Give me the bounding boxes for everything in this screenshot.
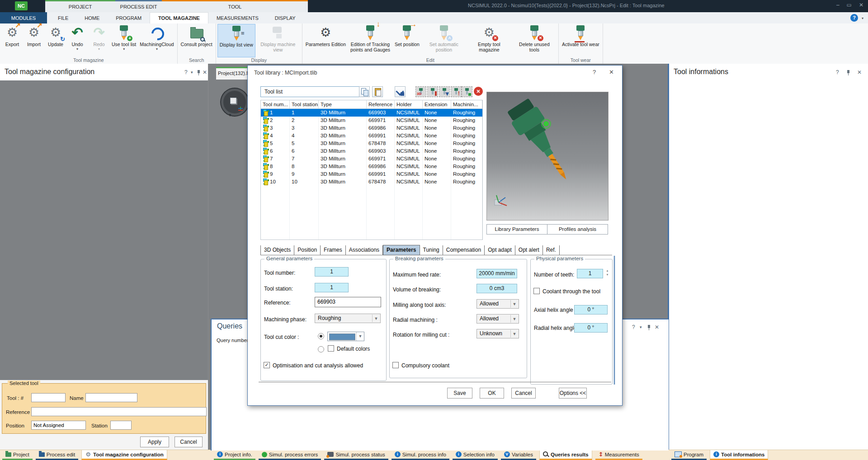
tool-warning-icon[interactable]: !: [451, 86, 462, 97]
tool-green-icon[interactable]: [462, 86, 472, 97]
tab-3d-objects[interactable]: 3D Objects: [260, 245, 294, 255]
options-button[interactable]: Options <<: [559, 388, 587, 399]
tab-position[interactable]: Position: [294, 245, 321, 255]
column-header-tool-station[interactable]: Tool station: [290, 100, 319, 108]
panel-close-icon[interactable]: ✕: [203, 69, 207, 75]
default-colors-radio[interactable]: [318, 346, 324, 352]
ribbon-context-process-edit[interactable]: PROCESS EDIT: [115, 0, 162, 12]
help-icon[interactable]: ?: [850, 14, 858, 22]
ribbon-button-export[interactable]: ⚙↗Export: [1, 24, 23, 56]
status-tab-simul-process-errors[interactable]: Simul. process errors: [259, 450, 321, 460]
reference-input[interactable]: [315, 297, 381, 307]
ribbon-button-undo[interactable]: ↶Undo▾: [66, 24, 88, 56]
restore-icon[interactable]: ▭: [847, 2, 852, 8]
ribbon-button-set-position[interactable]: →Set position: [393, 24, 421, 56]
copy-icon[interactable]: [359, 86, 370, 97]
ribbon-button-import[interactable]: ⚙↗Import: [23, 24, 45, 56]
right-panel-help-icon[interactable]: ?: [836, 69, 839, 75]
nav-chevron-down-icon[interactable]: ▾: [229, 112, 231, 118]
table-row[interactable]: 223D Millturn669971NCSIMULNoneRoughing: [261, 117, 482, 124]
status-tab-variables[interactable]: VVariables: [501, 450, 536, 460]
status-tab-process-edit[interactable]: Process edit: [36, 450, 78, 460]
tool-number-field[interactable]: [31, 393, 66, 402]
machining-phase-select[interactable]: Roughing ▼: [315, 314, 381, 323]
rotation-milling-select[interactable]: Unknown ▼: [476, 329, 519, 338]
dialog-help-icon[interactable]: ?: [593, 69, 596, 75]
tool-cut-color-radio[interactable]: [318, 333, 324, 339]
apply-button[interactable]: Apply: [140, 437, 169, 447]
queries-chevron-down-icon[interactable]: ▾: [640, 324, 642, 330]
tool-3d-preview[interactable]: [486, 92, 609, 221]
tab-parameters[interactable]: Parameters: [383, 245, 420, 255]
tab-ref[interactable]: Ref.: [543, 245, 560, 255]
status-tab-program[interactable]: Program: [671, 450, 707, 460]
ribbon-tab-program[interactable]: PROGRAM: [108, 12, 150, 23]
dialog-scrollbar[interactable]: [613, 256, 616, 385]
milling-axis-select[interactable]: Allowed ▼: [476, 299, 519, 309]
column-header-machinin[interactable]: Machinin...: [451, 100, 482, 108]
table-row[interactable]: 113D Millturn669903NCSIMULNoneRoughing: [261, 109, 482, 117]
column-header-extension[interactable]: Extension: [423, 100, 451, 108]
new-3d-tool-icon[interactable]: 3D: [415, 86, 426, 97]
ribbon-tab-display[interactable]: DISPLAY: [267, 12, 304, 23]
save-button[interactable]: Save: [447, 388, 472, 399]
help-chevron-down-icon[interactable]: ▾: [862, 16, 863, 20]
optimisation-checkbox[interactable]: ✓: [264, 362, 270, 368]
ribbon-button-display-list-view[interactable]: ≡Display list view: [217, 24, 255, 57]
import-icon[interactable]: [395, 86, 406, 97]
table-row[interactable]: 883D Millturn669986NCSIMULNoneRoughing: [261, 163, 482, 170]
ribbon-button-edition-of-tracking-points-and-gauges[interactable]: ↓Edition of Tracking points and Gauges: [348, 24, 393, 56]
tool-blue-icon[interactable]: ▼: [439, 86, 450, 97]
ribbon-context-project[interactable]: PROJECT: [45, 0, 115, 12]
status-tab-tool-informations[interactable]: iTool informations: [710, 450, 768, 460]
column-header-holder[interactable]: Holder: [395, 100, 423, 108]
ribbon-tab-measurements[interactable]: MEASUREMENTS: [208, 12, 267, 23]
tool-list-selector[interactable]: Tool list: [260, 86, 361, 97]
position-field[interactable]: [31, 421, 86, 430]
queries-close-icon[interactable]: ✕: [655, 324, 659, 330]
status-tab-project-info[interactable]: iProject info.: [214, 450, 255, 460]
paste-icon[interactable]: [372, 86, 383, 97]
tab-frames[interactable]: Frames: [321, 245, 346, 255]
minimize-icon[interactable]: –: [836, 2, 840, 8]
column-header-tool-num[interactable]: Tool num...: [261, 100, 290, 108]
station-field[interactable]: [110, 421, 132, 430]
teeth-spinner[interactable]: ▲▼: [605, 269, 610, 277]
tab-tuning[interactable]: Tuning: [420, 245, 443, 255]
coolant-through-tool-checkbox[interactable]: [533, 288, 540, 294]
panel-chevron-down-icon[interactable]: ▾: [191, 69, 193, 75]
ribbon-button-use-tool-list[interactable]: +Use tool list▾: [110, 24, 138, 56]
table-row[interactable]: 333D Millturn669986NCSIMULNoneRoughing: [261, 124, 482, 132]
ribbon-button-delete-unused-tools[interactable]: ✕Delete unused tools: [512, 24, 557, 56]
tab-associations[interactable]: Associations: [346, 245, 383, 255]
table-row[interactable]: 993D Millturn669991NCSIMULNoneRoughing: [261, 170, 482, 178]
table-row[interactable]: 773D Millturn669971NCSIMULNoneRoughing: [261, 155, 482, 163]
status-tab-tool-magazine-configuration[interactable]: ⚙Tool magazine configuration: [81, 450, 167, 460]
radial-machining-select[interactable]: Allowed ▼: [476, 314, 519, 324]
reference-field[interactable]: [31, 407, 207, 416]
ribbon-tab-file[interactable]: FILE: [50, 12, 76, 23]
library-parameters-button[interactable]: Library Parameters: [486, 224, 547, 235]
tab-opt-adapt[interactable]: Opt adapt: [485, 245, 515, 255]
ribbon-button-machiningcloud[interactable]: MachiningCloud▾: [138, 24, 175, 56]
right-panel-close-icon[interactable]: ✕: [857, 69, 862, 75]
delete-icon[interactable]: ✕: [473, 86, 484, 97]
table-row[interactable]: 553D Millturn678478NCSIMULNoneRoughing: [261, 140, 482, 147]
panel-pin-icon[interactable]: [197, 70, 201, 75]
ribbon-button-empty-tool-magazine[interactable]: ⚙✕Empty tool magazine: [467, 24, 512, 56]
default-colors-checkbox[interactable]: [328, 345, 334, 352]
status-tab-simul-process-info[interactable]: iSimul. process info: [392, 450, 449, 460]
ribbon-context-tool[interactable]: TOOL: [162, 0, 308, 12]
table-row[interactable]: 10103D Millturn678478NCSIMULNoneRoughing: [261, 178, 482, 186]
name-field[interactable]: [85, 393, 137, 402]
cancel-button[interactable]: Cancel: [175, 437, 203, 447]
table-row[interactable]: 663D Millturn669903NCSIMULNoneRoughing: [261, 147, 482, 155]
queries-help-icon[interactable]: ?: [632, 324, 635, 330]
dialog-close-icon[interactable]: ✕: [609, 69, 614, 75]
status-tab-selection-info[interactable]: iSelection info: [453, 450, 498, 460]
right-panel-pin-icon[interactable]: [846, 70, 851, 75]
column-header-type[interactable]: Type: [319, 100, 367, 108]
ribbon-button-update[interactable]: ⚙↻Update: [45, 24, 66, 56]
close-icon[interactable]: ✕: [859, 2, 863, 8]
tab-compensation[interactable]: Compensation: [443, 245, 485, 255]
